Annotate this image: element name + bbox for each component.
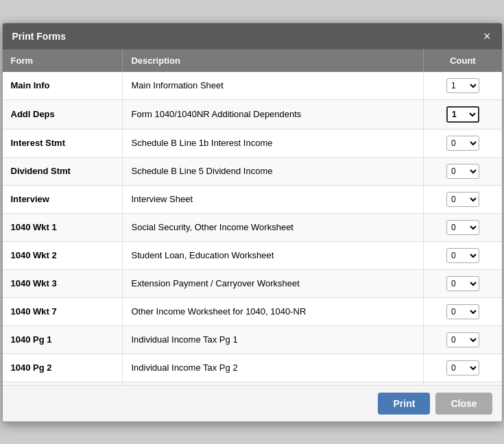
form-name-label: Dividend Stmt [11, 166, 71, 176]
close-button[interactable]: Close [435, 393, 492, 415]
cell-form: 1040 Wkt 3 [3, 269, 123, 297]
cell-form: Addl Deps [3, 99, 123, 129]
count-select[interactable]: 012345 [446, 106, 479, 123]
cell-form: 1040 Pg 1 [3, 325, 123, 354]
form-name-label: Addl Deps [11, 109, 55, 119]
cell-form: Interview [3, 185, 123, 213]
table-row: 1040 Wkt 1Social Security, Other Income … [3, 213, 502, 241]
cell-count: 012345 [424, 99, 502, 129]
col-form: Form [3, 49, 123, 72]
cell-description: Other Income Worksheet for 1040, 1040-NR [123, 297, 424, 325]
cell-description: Main Information Sheet [123, 72, 424, 100]
table-row: Interest StmtSchedule B Line 1b Interest… [3, 129, 502, 157]
form-name-label: Main Info [11, 80, 50, 90]
count-select[interactable]: 012345 [446, 276, 479, 291]
cell-description: Balance Due Payment Voucher [123, 382, 424, 385]
cell-count: 012345 [424, 354, 502, 382]
cell-count: 012345 [424, 382, 502, 385]
cell-count: 012345 [424, 129, 502, 157]
count-select[interactable]: 012345 [446, 304, 479, 319]
cell-count: 012345 [424, 325, 502, 354]
count-select[interactable]: 012345 [446, 78, 479, 93]
cell-count: 012345 [424, 241, 502, 269]
count-select[interactable]: 012345 [446, 220, 479, 235]
table-row: InterviewInterview Sheet012345 [3, 185, 502, 213]
table-container[interactable]: Form Description Count Main InfoMain Inf… [3, 49, 502, 385]
cell-description: Extension Payment / Carryover Worksheet [123, 269, 424, 297]
modal-footer: Print Close [3, 385, 502, 421]
cell-count: 012345 [424, 297, 502, 325]
table-row: 1040 Wkt 2Student Loan, Education Worksh… [3, 241, 502, 269]
cell-form: Main Info [3, 72, 123, 100]
modal-title: Print Forms [12, 31, 67, 42]
form-name-label: 1040 Wkt 2 [11, 250, 57, 260]
print-forms-modal: Print Forms × Form Description Count Mai… [2, 23, 503, 422]
count-select[interactable]: 012345 [446, 164, 479, 179]
cell-description: Form 1040/1040NR Additional Dependents [123, 99, 424, 129]
col-description: Description [123, 49, 424, 72]
table-row: Addl DepsForm 1040/1040NR Additional Dep… [3, 99, 502, 129]
cell-count: 012345 [424, 157, 502, 185]
cell-description: Individual Income Tax Pg 1 [123, 325, 424, 354]
table-row: 1040 Wkt 3Extension Payment / Carryover … [3, 269, 502, 297]
col-count: Count [424, 49, 502, 72]
print-button[interactable]: Print [378, 393, 430, 415]
count-select[interactable]: 012345 [446, 192, 479, 207]
form-name-label: Interest Stmt [11, 138, 65, 148]
count-select[interactable]: 012345 [446, 248, 479, 263]
form-name-label: 1040 Wkt 7 [11, 306, 57, 317]
table-row: 1040 Wkt 7Other Income Worksheet for 104… [3, 297, 502, 325]
form-name-label: 1040 Wkt 1 [11, 222, 57, 232]
cell-count: 012345 [424, 213, 502, 241]
table-row: Main InfoMain Information Sheet012345 [3, 72, 502, 100]
cell-form: 1040 Wkt 2 [3, 241, 123, 269]
form-name-label: 1040 Pg 2 [11, 362, 52, 373]
cell-form: Interest Stmt [3, 129, 123, 157]
cell-description: Schedule B Line 5 Dividend Income [123, 157, 424, 185]
cell-count: 012345 [424, 185, 502, 213]
cell-form: 1040 Pg 2 [3, 354, 123, 382]
cell-form: Dividend Stmt [3, 157, 123, 185]
count-select[interactable]: 012345 [446, 332, 479, 347]
table-row: 1040VBalance Due Payment Voucher012345 [3, 382, 502, 385]
table-body: Main InfoMain Information Sheet012345Add… [3, 72, 502, 385]
modal-header: Print Forms × [3, 23, 502, 49]
table-row: Dividend StmtSchedule B Line 5 Dividend … [3, 157, 502, 185]
cell-count: 012345 [424, 269, 502, 297]
form-name-label: 1040 Wkt 3 [11, 278, 57, 288]
modal-body: Form Description Count Main InfoMain Inf… [3, 49, 502, 385]
cell-form: 1040V [3, 382, 123, 385]
forms-table: Form Description Count Main InfoMain Inf… [3, 49, 502, 385]
form-name-label: Interview [11, 194, 49, 204]
cell-form: 1040 Wkt 1 [3, 213, 123, 241]
cell-count: 012345 [424, 72, 502, 100]
form-name-label: 1040 Pg 1 [11, 334, 52, 345]
cell-description: Individual Income Tax Pg 2 [123, 354, 424, 382]
cell-form: 1040 Wkt 7 [3, 297, 123, 325]
count-select[interactable]: 012345 [446, 136, 479, 151]
cell-description: Schedule B Line 1b Interest Income [123, 129, 424, 157]
cell-description: Interview Sheet [123, 185, 424, 213]
modal-close-x-button[interactable]: × [482, 30, 492, 42]
cell-description: Social Security, Other Income Worksheet [123, 213, 424, 241]
cell-description: Student Loan, Education Worksheet [123, 241, 424, 269]
table-row: 1040 Pg 1Individual Income Tax Pg 101234… [3, 325, 502, 354]
table-row: 1040 Pg 2Individual Income Tax Pg 201234… [3, 354, 502, 382]
table-header-row: Form Description Count [3, 49, 502, 72]
count-select[interactable]: 012345 [446, 360, 479, 375]
